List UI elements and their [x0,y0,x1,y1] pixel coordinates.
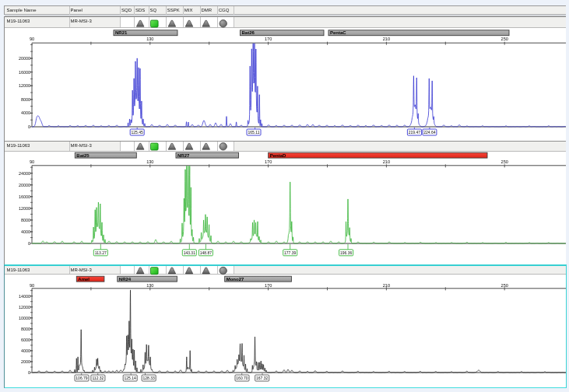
svg-text:219.47: 219.47 [409,130,421,135]
svg-text:12000: 12000 [19,83,30,88]
svg-text:165.11: 165.11 [248,130,260,135]
svg-text:113.27: 113.27 [95,250,107,255]
svg-text:112.32: 112.32 [92,376,104,380]
svg-text:196.36: 196.36 [340,250,353,255]
svg-text:10000: 10000 [19,316,30,320]
svg-text:224.64: 224.64 [423,130,436,135]
svg-text:210: 210 [383,37,390,41]
svg-text:4000: 4000 [21,110,30,115]
svg-text:16000: 16000 [19,70,30,75]
svg-text:177.39: 177.39 [284,250,297,255]
svg-text:Bat26: Bat26 [242,30,255,35]
svg-text:210: 210 [383,283,390,288]
svg-text:NR21: NR21 [115,30,128,35]
svg-text:167.32: 167.32 [256,376,269,380]
svg-text:90: 90 [30,37,34,41]
svg-text:4000: 4000 [21,229,30,234]
svg-text:NR27: NR27 [177,153,190,158]
svg-text:148.87: 148.87 [200,250,212,255]
svg-text:170: 170 [265,37,272,41]
svg-text:14000: 14000 [19,294,30,299]
svg-text:160.70: 160.70 [236,376,248,380]
svg-text:PentaC: PentaC [330,30,346,35]
svg-text:170: 170 [265,283,272,288]
svg-text:128.33: 128.33 [143,376,156,380]
svg-text:250: 250 [501,159,508,164]
svg-text:6000: 6000 [21,338,30,342]
svg-text:8000: 8000 [21,327,30,331]
svg-text:130: 130 [146,159,153,164]
svg-text:90: 90 [30,159,34,164]
svg-text:143.31: 143.31 [184,250,196,255]
svg-text:2000: 2000 [21,359,30,364]
svg-text:12000: 12000 [19,206,30,211]
svg-text:106.79: 106.79 [76,376,88,380]
svg-text:PentaD: PentaD [270,153,286,158]
svg-text:125.14: 125.14 [125,376,137,380]
svg-text:Bat25: Bat25 [76,153,90,158]
svg-text:20000: 20000 [19,56,30,61]
svg-text:90: 90 [30,283,34,288]
svg-text:Mono27: Mono27 [227,277,244,282]
svg-text:16000: 16000 [19,194,30,199]
svg-text:NR24: NR24 [119,277,132,282]
svg-text:24000: 24000 [19,171,30,176]
svg-text:4000: 4000 [21,348,30,353]
svg-text:250: 250 [501,283,508,288]
svg-text:8000: 8000 [21,97,30,102]
svg-text:20000: 20000 [19,183,30,187]
svg-text:130: 130 [146,283,153,288]
svg-text:125.45: 125.45 [132,130,144,135]
svg-text:8000: 8000 [21,218,30,222]
svg-text:130: 130 [146,37,153,41]
svg-text:Amel: Amel [78,277,90,282]
svg-text:12000: 12000 [19,305,30,310]
svg-text:170: 170 [265,159,272,164]
svg-text:210: 210 [383,159,390,164]
svg-text:250: 250 [501,37,508,41]
